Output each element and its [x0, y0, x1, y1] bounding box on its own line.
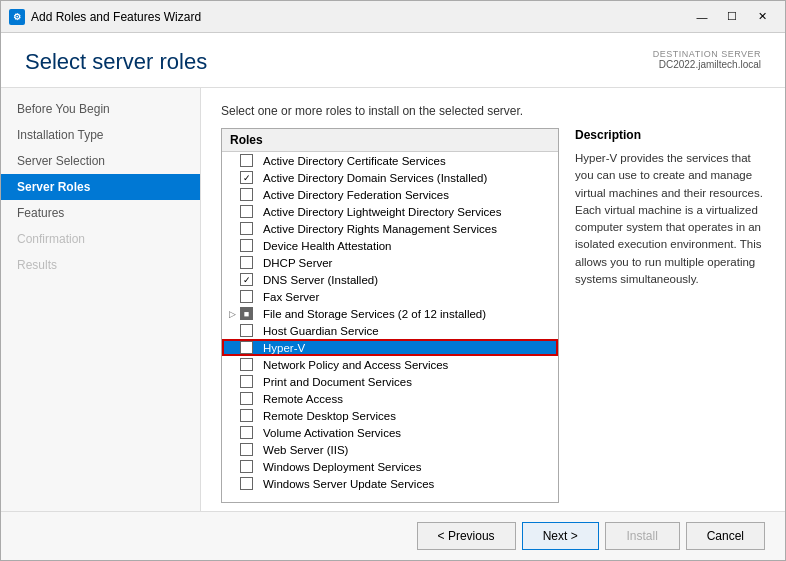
role-checkbox[interactable] — [240, 341, 253, 354]
role-item[interactable]: ✓DNS Server (Installed) — [222, 271, 558, 288]
expand-arrow-icon — [226, 155, 238, 167]
role-item[interactable]: Active Directory Rights Management Servi… — [222, 220, 558, 237]
role-checkbox[interactable] — [240, 477, 253, 490]
role-checkbox[interactable] — [240, 290, 253, 303]
destination-server-name: DC2022.jamiltech.local — [653, 59, 761, 70]
sidebar-item-server-roles[interactable]: Server Roles — [1, 174, 200, 200]
role-label: Active Directory Lightweight Directory S… — [263, 206, 501, 218]
role-checkbox[interactable] — [240, 222, 253, 235]
expand-arrow-icon — [226, 274, 238, 286]
role-item[interactable]: Active Directory Federation Services — [222, 186, 558, 203]
role-checkbox[interactable] — [240, 392, 253, 405]
role-checkbox[interactable]: ✓ — [240, 171, 253, 184]
sidebar-item-features[interactable]: Features — [1, 200, 200, 226]
role-item[interactable]: Print and Document Services — [222, 373, 558, 390]
expand-arrow-icon — [226, 376, 238, 388]
main-description: Select one or more roles to install on t… — [221, 104, 765, 118]
role-label: Print and Document Services — [263, 376, 412, 388]
roles-area: Roles Active Directory Certificate Servi… — [221, 128, 765, 503]
role-item[interactable]: Host Guardian Service — [222, 322, 558, 339]
title-bar-controls: — ☐ ✕ — [687, 5, 777, 29]
description-text: Hyper-V provides the services that you c… — [575, 150, 765, 288]
role-label: Active Directory Rights Management Servi… — [263, 223, 497, 235]
close-button[interactable]: ✕ — [747, 5, 777, 29]
role-label: Remote Desktop Services — [263, 410, 396, 422]
role-checkbox[interactable] — [240, 358, 253, 371]
role-item[interactable]: ✓Active Directory Domain Services (Insta… — [222, 169, 558, 186]
wizard-header: Select server roles DESTINATION SERVER D… — [1, 33, 785, 88]
role-item[interactable]: Active Directory Lightweight Directory S… — [222, 203, 558, 220]
minimize-button[interactable]: — — [687, 5, 717, 29]
role-item[interactable]: Remote Desktop Services — [222, 407, 558, 424]
description-panel: Description Hyper-V provides the service… — [575, 128, 765, 503]
expand-arrow-icon — [226, 444, 238, 456]
role-item[interactable]: DHCP Server — [222, 254, 558, 271]
roles-panel: Roles Active Directory Certificate Servi… — [221, 128, 559, 503]
description-header: Description — [575, 128, 765, 142]
wizard-content: Before You BeginInstallation TypeServer … — [1, 88, 785, 511]
install-button[interactable]: Install — [605, 522, 680, 550]
role-checkbox[interactable] — [240, 443, 253, 456]
role-item[interactable]: Hyper-V — [222, 339, 558, 356]
role-item[interactable]: Web Server (IIS) — [222, 441, 558, 458]
role-checkbox[interactable] — [240, 324, 253, 337]
role-label: DHCP Server — [263, 257, 332, 269]
wizard-footer: < Previous Next > Install Cancel — [1, 511, 785, 560]
expand-arrow-icon — [226, 461, 238, 473]
expand-arrow-icon — [226, 359, 238, 371]
expand-arrow-icon — [226, 257, 238, 269]
role-item[interactable]: ▷■File and Storage Services (2 of 12 ins… — [222, 305, 558, 322]
role-checkbox[interactable] — [240, 256, 253, 269]
role-checkbox[interactable]: ✓ — [240, 273, 253, 286]
sidebar-item-installation-type[interactable]: Installation Type — [1, 122, 200, 148]
role-label: Network Policy and Access Services — [263, 359, 448, 371]
expand-arrow-icon — [226, 240, 238, 252]
role-checkbox[interactable] — [240, 188, 253, 201]
role-checkbox[interactable] — [240, 375, 253, 388]
sidebar-item-before-you-begin[interactable]: Before You Begin — [1, 96, 200, 122]
role-label: Active Directory Federation Services — [263, 189, 449, 201]
role-label: Device Health Attestation — [263, 240, 392, 252]
role-checkbox[interactable] — [240, 154, 253, 167]
role-label: Active Directory Domain Services (Instal… — [263, 172, 487, 184]
role-label: Windows Server Update Services — [263, 478, 434, 490]
expand-arrow-icon — [226, 172, 238, 184]
role-item[interactable]: Device Health Attestation — [222, 237, 558, 254]
roles-list[interactable]: Active Directory Certificate Services✓Ac… — [222, 152, 558, 502]
sidebar: Before You BeginInstallation TypeServer … — [1, 88, 201, 511]
maximize-button[interactable]: ☐ — [717, 5, 747, 29]
title-bar-text: Add Roles and Features Wizard — [31, 10, 681, 24]
role-item[interactable]: Windows Server Update Services — [222, 475, 558, 492]
role-label: File and Storage Services (2 of 12 insta… — [263, 308, 486, 320]
role-label: Hyper-V — [263, 342, 305, 354]
sidebar-item-server-selection[interactable]: Server Selection — [1, 148, 200, 174]
sidebar-item-confirmation: Confirmation — [1, 226, 200, 252]
expand-arrow-icon — [226, 393, 238, 405]
expand-arrow-icon — [226, 223, 238, 235]
expand-arrow-icon — [226, 410, 238, 422]
expand-arrow-icon — [226, 206, 238, 218]
next-button[interactable]: Next > — [522, 522, 599, 550]
role-item[interactable]: Active Directory Certificate Services — [222, 152, 558, 169]
wizard-window: ⚙ Add Roles and Features Wizard — ☐ ✕ Se… — [0, 0, 786, 561]
expand-arrow-icon — [226, 478, 238, 490]
role-checkbox[interactable] — [240, 205, 253, 218]
role-checkbox[interactable] — [240, 409, 253, 422]
page-title: Select server roles — [25, 49, 207, 75]
wizard-body: Select server roles DESTINATION SERVER D… — [1, 33, 785, 560]
main-content: Select one or more roles to install on t… — [201, 88, 785, 511]
role-item[interactable]: Volume Activation Services — [222, 424, 558, 441]
role-checkbox[interactable] — [240, 460, 253, 473]
expand-arrow-icon — [226, 291, 238, 303]
role-checkbox[interactable] — [240, 426, 253, 439]
role-item[interactable]: Fax Server — [222, 288, 558, 305]
cancel-button[interactable]: Cancel — [686, 522, 765, 550]
role-item[interactable]: Windows Deployment Services — [222, 458, 558, 475]
role-checkbox[interactable] — [240, 239, 253, 252]
role-item[interactable]: Network Policy and Access Services — [222, 356, 558, 373]
expand-arrow-icon — [226, 427, 238, 439]
role-item[interactable]: Remote Access — [222, 390, 558, 407]
role-label: Windows Deployment Services — [263, 461, 422, 473]
previous-button[interactable]: < Previous — [417, 522, 516, 550]
role-checkbox[interactable]: ■ — [240, 307, 253, 320]
